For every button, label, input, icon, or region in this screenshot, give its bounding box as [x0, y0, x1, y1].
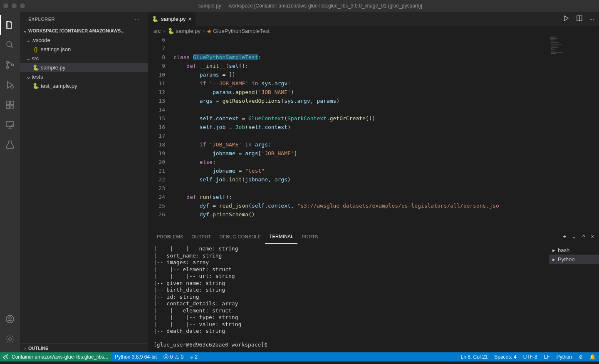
chevron-down-icon[interactable]: ⌄ [572, 233, 577, 240]
svg-rect-5 [6, 101, 10, 104]
tab-ports[interactable]: PORTS [297, 229, 322, 244]
search-activity-icon[interactable] [0, 35, 20, 55]
tab-problems[interactable]: PROBLEMS [153, 229, 188, 244]
panel-body: | | |-- name: string |-- sort_name: stri… [148, 244, 599, 352]
svg-point-2 [7, 67, 9, 69]
svg-rect-8 [11, 106, 13, 108]
file-label: sample.py [41, 64, 65, 71]
explorer-activity-icon[interactable] [0, 15, 20, 35]
tab-sample-py[interactable]: 🐍 sample.py × [148, 12, 196, 26]
traffic-lights [3, 3, 25, 8]
run-debug-activity-icon[interactable] [0, 75, 20, 95]
chevron-down-icon: ⌄ [25, 55, 32, 62]
indentation-status[interactable]: Spaces: 4 [491, 352, 520, 362]
file-label: settings.json [41, 46, 71, 52]
breadcrumb-file[interactable]: 🐍 sample.py [168, 28, 200, 34]
notifications-icon[interactable]: 🔔 [586, 352, 599, 362]
feedback-icon[interactable]: ⊘ [575, 352, 586, 362]
warning-icon: ⚠ [175, 354, 179, 360]
minimize-window-icon[interactable] [12, 3, 17, 8]
titlebar: sample.py — workspace [Container amazon/… [0, 0, 599, 12]
editor-actions: ··· [563, 12, 599, 26]
error-icon: ⓧ [163, 354, 168, 361]
folder-vscode[interactable]: ⌄ .vscode [20, 35, 148, 45]
more-actions-icon[interactable]: ··· [589, 16, 594, 22]
terminal-icon: ▸ [552, 247, 555, 253]
accounts-activity-icon[interactable] [0, 309, 20, 329]
folder-label: src [32, 55, 39, 62]
outline-section-header[interactable]: › OUTLINE [20, 343, 148, 352]
svg-rect-9 [6, 121, 14, 126]
svg-rect-6 [10, 101, 14, 104]
settings-activity-icon[interactable] [0, 329, 20, 349]
svg-point-12 [9, 317, 11, 319]
file-label: test_sample.py [41, 83, 77, 89]
window-title: sample.py — workspace [Container amazon/… [25, 3, 596, 9]
chevron-right-icon: › [163, 28, 165, 34]
chevron-down-icon: ⌄ [22, 28, 28, 34]
svg-point-13 [9, 338, 11, 340]
chevron-right-icon: › [203, 28, 205, 34]
tab-debug-console[interactable]: DEBUG CONSOLE [215, 229, 265, 244]
python-file-icon: 🐍 [32, 83, 40, 89]
remote-explorer-activity-icon[interactable] [0, 115, 20, 135]
maximize-window-icon[interactable] [20, 3, 25, 8]
editor-area: 🐍 sample.py × ··· src › 🐍 sample.py › ◈ [148, 12, 599, 352]
testing-activity-icon[interactable] [0, 135, 20, 155]
svg-point-3 [12, 64, 14, 66]
file-test-sample-py[interactable]: 🐍 test_sample.py [20, 81, 148, 90]
python-file-icon: 🐍 [152, 16, 158, 22]
maximize-panel-icon[interactable]: ^ [582, 233, 585, 240]
encoding-status[interactable]: UTF-8 [520, 352, 541, 362]
cursor-position-status[interactable]: Ln 8, Col 21 [458, 352, 491, 362]
remote-status[interactable]: Container amazon/aws-glue-libs:glue_libs… [0, 352, 111, 362]
new-terminal-icon[interactable]: + [563, 233, 567, 240]
svg-point-0 [7, 42, 12, 47]
chevron-down-icon: ⌄ [25, 74, 32, 80]
language-mode-status[interactable]: Python [553, 352, 575, 362]
close-tab-icon[interactable]: × [188, 16, 191, 22]
minimap[interactable]: ▬▬▬▬▬▬▬▬▬▬▬▬▬▬▬▬▬▬▬▬▬▬ ▬▬▬▬▬▬ ▬▬▬▬ ▬▬▬▬▬… [549, 35, 599, 229]
code-area[interactable]: class GluePythonSampleTest: def __init__… [173, 35, 549, 229]
radio-tower-icon: ⟐ [190, 354, 193, 360]
tab-terminal[interactable]: TERMINAL [265, 229, 297, 244]
file-tree: ⌄ .vscode {} settings.json ⌄ src 🐍 sampl… [20, 35, 148, 90]
tab-output[interactable]: OUTPUT [188, 229, 215, 244]
extensions-activity-icon[interactable] [0, 95, 20, 115]
terminal-icon: ▸ [552, 256, 555, 262]
statusbar: Container amazon/aws-glue-libs:glue_libs… [0, 352, 599, 362]
workspace-label: WORKSPACE [CONTAINER AMAZON/AWS... [28, 28, 124, 33]
editor-tabs: 🐍 sample.py × ··· [148, 12, 599, 26]
source-control-activity-icon[interactable] [0, 55, 20, 75]
folder-label: .vscode [32, 37, 50, 43]
bottom-panel: PROBLEMS OUTPUT DEBUG CONSOLE TERMINAL P… [148, 229, 599, 352]
minimap-preview: ▬▬▬▬▬▬▬▬▬▬▬▬▬▬▬▬▬▬▬▬▬▬ ▬▬▬▬▬▬ ▬▬▬▬ ▬▬▬▬▬… [550, 36, 598, 54]
svg-point-1 [7, 62, 9, 64]
problems-status[interactable]: ⓧ 0 ⚠ 0 [160, 352, 187, 362]
editor-content[interactable]: 67891011121314151617181920212223242526 c… [148, 35, 599, 229]
file-sample-py[interactable]: 🐍 sample.py [20, 63, 148, 72]
close-panel-icon[interactable]: × [591, 233, 594, 240]
file-settings-json[interactable]: {} settings.json [20, 45, 148, 54]
eol-status[interactable]: LF [541, 352, 553, 362]
close-window-icon[interactable] [3, 3, 8, 8]
tab-label: sample.py [161, 16, 186, 22]
chevron-down-icon: ⌄ [25, 37, 32, 43]
terminal-item-bash[interactable]: ▸ bash [549, 245, 599, 255]
folder-src[interactable]: ⌄ src [20, 54, 148, 63]
workspace-section-header[interactable]: ⌄ WORKSPACE [CONTAINER AMAZON/AWS... [20, 26, 148, 35]
terminal-output[interactable]: | | |-- name: string |-- sort_name: stri… [148, 244, 549, 352]
folder-tests[interactable]: ⌄ tests [20, 72, 148, 81]
python-file-icon: 🐍 [32, 64, 40, 71]
terminal-item-python[interactable]: ▸ Python [549, 255, 599, 264]
sidebar-title: EXPLORER [28, 17, 135, 22]
python-interpreter-status[interactable]: Python 3.8.9 64-bit [111, 352, 160, 362]
run-icon[interactable] [563, 15, 569, 23]
sidebar-header: EXPLORER ··· [20, 12, 148, 26]
breadcrumbs: src › 🐍 sample.py › ◈ GluePythonSampleTe… [148, 26, 599, 35]
breadcrumb-symbol[interactable]: ◈ GluePythonSampleTest [207, 28, 270, 34]
sidebar-more-icon[interactable]: ··· [135, 17, 139, 22]
split-editor-icon[interactable] [576, 15, 583, 23]
ports-status[interactable]: ⟐ 2 [187, 352, 201, 362]
breadcrumb-folder[interactable]: src [153, 28, 161, 34]
